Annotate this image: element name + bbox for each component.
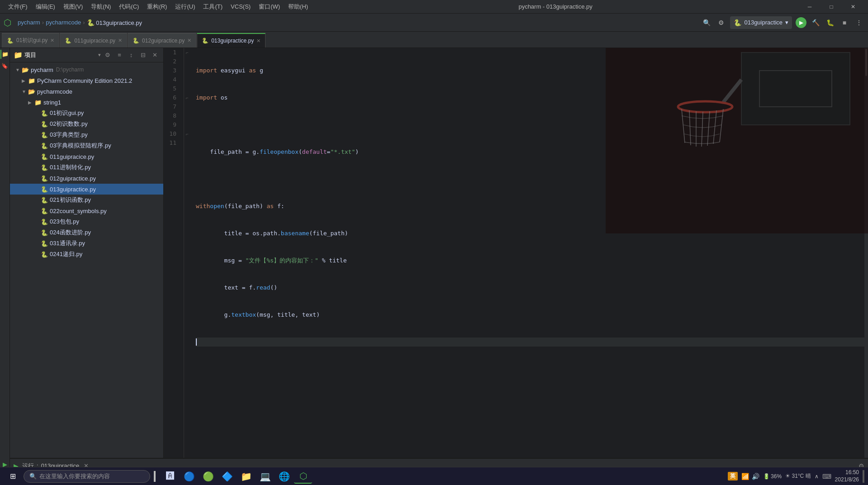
bookmarks-icon[interactable]: 🔖: [0, 62, 9, 71]
ime-indicator[interactable]: 英: [728, 472, 738, 480]
taskbar-app-pycharm[interactable]: ⬡: [294, 469, 312, 484]
build-icon[interactable]: 🔨: [810, 17, 821, 28]
tree-pycharm[interactable]: ▼ 📂 pycharm D:\pycharm: [10, 64, 163, 75]
code-content[interactable]: import easygui as g import os file_path …: [190, 48, 868, 458]
tab-close-013[interactable]: ✕: [256, 38, 261, 44]
arrow-icon-4: ▶: [28, 100, 34, 105]
taskbar-app-edge[interactable]: 🔵: [180, 469, 198, 484]
show-desktop-button[interactable]: [863, 470, 864, 483]
taskbar-search[interactable]: 🔍 在这里输入你要搜索的内容: [24, 470, 150, 483]
network-icon[interactable]: 📶: [741, 473, 749, 480]
menu-view[interactable]: 视图(V): [60, 0, 86, 14]
sidebar-filter-icon[interactable]: ≡: [114, 50, 124, 60]
tree-03login[interactable]: 🐍 03字典模拟登陆程序.py: [10, 140, 163, 151]
taskbar-app-browser[interactable]: 🔷: [218, 469, 236, 484]
tab-011[interactable]: 🐍 011guipracice.py ✕: [60, 33, 127, 48]
tree-022[interactable]: 🐍 022count_symbols.py: [10, 205, 163, 216]
taskbar-app-clock[interactable]: 🟢: [199, 469, 217, 484]
tab-012[interactable]: 🐍 012guipractice.py ✕: [128, 33, 196, 48]
debug-icon[interactable]: 🐛: [825, 17, 835, 28]
tree-pycharmcode[interactable]: ▼ 📂 pycharmcode: [10, 86, 163, 97]
tree-02[interactable]: 🐍 02初识数数.py: [10, 119, 163, 129]
tree-0241[interactable]: 🐍 0241递归.py: [10, 249, 163, 260]
code-editor[interactable]: 1 2 3 4 5 6 7 8 9 10 11 ⌐ ⌐: [164, 48, 868, 458]
taskbar: ⊞ 🔍 在这里输入你要搜索的内容 🅰 🔵 🟢 🔷 📁 💻 🌐 ⬡ 英 📶 🔊 🔋…: [0, 467, 868, 485]
sidebar-close-icon[interactable]: ✕: [150, 50, 160, 60]
menu-refactor[interactable]: 重构(R): [143, 0, 171, 14]
search-everywhere-icon[interactable]: 🔍: [701, 17, 712, 28]
tree-031[interactable]: 🐍 031通讯录.py: [10, 238, 163, 249]
breadcrumb-pycharm[interactable]: pycharm: [18, 19, 40, 26]
tab-close-01[interactable]: ✕: [50, 38, 54, 43]
show-hidden-icons[interactable]: ∧: [815, 473, 819, 480]
sidebar-collapse-all-icon[interactable]: ⊟: [138, 50, 148, 60]
scrollbar-thumb[interactable]: [865, 49, 867, 76]
settings-icon[interactable]: ⚙: [716, 17, 726, 28]
fold-6[interactable]: ⌐: [184, 93, 190, 102]
run-config[interactable]: 🐍 013guipractice ▾: [730, 16, 792, 29]
taskbar-app-assistant[interactable]: 🅰: [161, 469, 179, 484]
tree-021[interactable]: 🐍 021初识函数.py: [10, 195, 163, 205]
weather-text: 31°C 晴: [792, 473, 811, 479]
tree-023[interactable]: 🐍 023包包.py: [10, 216, 163, 227]
tree-string1[interactable]: ▶ 📁 string1: [10, 97, 163, 108]
tab-close-011[interactable]: ✕: [118, 38, 122, 43]
menu-run[interactable]: 运行(U): [171, 0, 199, 14]
python-file-icon-4: 🐍: [202, 38, 209, 44]
battery-icon[interactable]: 🔋: [763, 473, 770, 480]
run-button[interactable]: ▶: [796, 17, 806, 28]
toolbar-right: 🔍 ⚙ 🐍 013guipractice ▾ ▶ 🔨 🐛 ■ ⋮: [701, 16, 864, 29]
start-button[interactable]: ⊞: [4, 469, 22, 484]
menu-file[interactable]: 文件(F): [5, 0, 31, 14]
fold-1[interactable]: ⌐: [184, 48, 190, 57]
tree-01gui[interactable]: 🐍 01初识gui.py: [10, 108, 163, 119]
menu-edit[interactable]: 编辑(E): [32, 0, 59, 14]
maximize-button[interactable]: □: [821, 0, 842, 14]
tree-024[interactable]: 🐍 024函数进阶.py: [10, 227, 163, 238]
volume-icon[interactable]: 🔊: [752, 473, 759, 480]
fold-10[interactable]: ⌐: [184, 129, 190, 138]
tab-label-01: 01初识gui.py: [16, 37, 47, 44]
tree-012[interactable]: 🐍 012guipractice.py: [10, 173, 163, 184]
clock-display[interactable]: 16:50 2021/8/26: [835, 469, 859, 483]
editor-scrollbar[interactable]: [864, 48, 868, 458]
taskbar-app-dev[interactable]: 💻: [256, 469, 274, 484]
menu-help[interactable]: 帮助(H): [285, 0, 312, 14]
keyboard-icon: ⌨: [822, 473, 831, 480]
tree-011gui[interactable]: 🐍 011guipracice.py: [10, 151, 163, 162]
sun-icon: ☀: [785, 473, 790, 479]
tree-011hex[interactable]: 🐍 011进制转化.py: [10, 162, 163, 173]
minimize-button[interactable]: ─: [799, 0, 820, 14]
tab-013[interactable]: 🐍 013guipractice.py ✕: [197, 33, 266, 48]
run-config-name: 013guipractice: [744, 19, 783, 26]
code-line-8: msg = "文件【%s】的内容如下：" % title: [196, 256, 868, 265]
tree-pycharm-edition[interactable]: ▶ 📁 PyCharm Community Edition 2021.2: [10, 75, 163, 86]
editor-area[interactable]: 1 2 3 4 5 6 7 8 9 10 11 ⌐ ⌐: [164, 48, 868, 458]
python-file-icon: 🐍: [7, 38, 14, 44]
project-view-icon[interactable]: 📁: [0, 50, 9, 59]
breadcrumb-file[interactable]: 🐍 013guipractice.py: [87, 19, 142, 26]
tree-03dict[interactable]: 🐍 03字典类型.py: [10, 129, 163, 140]
close-button[interactable]: ✕: [843, 0, 863, 14]
sidebar-sort-icon[interactable]: ↕: [126, 50, 136, 60]
menu-nav[interactable]: 导航(N): [87, 0, 114, 14]
tab-close-012[interactable]: ✕: [187, 38, 191, 43]
stop-icon[interactable]: ■: [839, 17, 850, 28]
taskbar-app-chrome[interactable]: 🌐: [275, 469, 293, 484]
sidebar-settings-icon[interactable]: ⚙: [103, 50, 113, 60]
taskbar-app-folder[interactable]: 📁: [237, 469, 255, 484]
file-tree: ▼ 📂 pycharm D:\pycharm ▶ 📁 PyCharm Commu…: [10, 62, 163, 458]
menu-code[interactable]: 代码(C): [115, 0, 142, 14]
code-line-7: title = os.path.basename(file_path): [196, 229, 868, 238]
tab-01[interactable]: 🐍 01初识gui.py ✕: [2, 33, 59, 48]
tab-label-013: 013guipractice.py: [211, 38, 254, 44]
tree-013[interactable]: 🐍 013guipractice.py: [10, 184, 163, 195]
menu-window[interactable]: 窗口(W): [255, 0, 284, 14]
menu-vcs[interactable]: VCS(S): [227, 0, 254, 14]
sidebar: 📁 项目 ▾ ⚙ ≡ ↕ ⊟ ✕ ▼ 📂 pycharm D:\pycharm …: [10, 48, 164, 458]
menu-tools[interactable]: 工具(T): [199, 0, 226, 14]
breadcrumb-pycharmcode[interactable]: pycharmcode: [46, 19, 81, 26]
run-config-icon: 🐍: [734, 19, 741, 26]
more-actions-icon[interactable]: ⋮: [854, 17, 864, 28]
python-file-icon-3: 🐍: [133, 38, 139, 44]
